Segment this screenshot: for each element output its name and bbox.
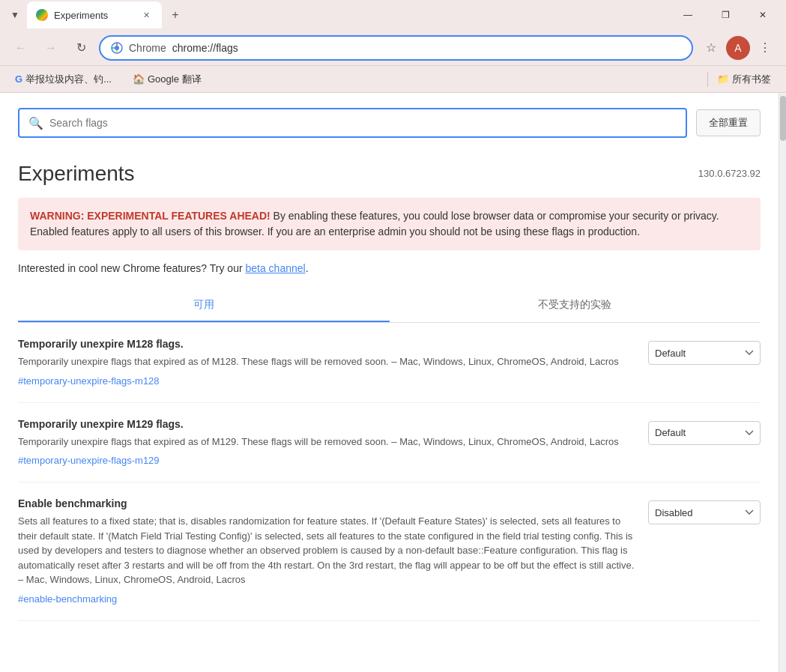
flag-content: Enable benchmarking Sets all features to…: [18, 497, 636, 605]
flag-title: Temporarily unexpire M128 flags.: [18, 338, 636, 350]
flag-description: Temporarily unexpire flags that expired …: [18, 435, 636, 449]
bookmark-label: 举报垃圾内容、钓...: [25, 73, 112, 86]
flag-description: Temporarily unexpire flags that expired …: [18, 354, 636, 369]
nav-right-buttons: ☆ A ⋮: [699, 36, 777, 60]
bookmark-item-translate[interactable]: 🏠 Google 翻译: [127, 70, 208, 88]
title-bar-left: ▼ Experiments ✕ +: [6, 1, 186, 28]
translate-icon: 🏠: [133, 73, 145, 85]
maximize-button[interactable]: ❐: [708, 3, 743, 27]
navigation-bar: ← → ↻ Chrome chrome://flags ☆ A ⋮: [0, 30, 786, 66]
flag-control: DefaultEnabledDisabled: [648, 421, 761, 445]
chrome-menu-button[interactable]: ⋮: [753, 36, 777, 60]
title-bar: ▼ Experiments ✕ + — ❐ ✕: [0, 0, 786, 30]
reset-all-button[interactable]: 全部重置: [696, 109, 761, 136]
interested-text: Interested in cool new Chrome features? …: [18, 262, 761, 274]
flag-content: Temporarily unexpire M129 flags. Tempora…: [18, 418, 636, 467]
all-bookmarks-label: 所有书签: [732, 73, 771, 86]
new-tab-button[interactable]: +: [165, 4, 186, 25]
flag-content: Temporarily unexpire M128 flags. Tempora…: [18, 338, 636, 387]
tabs-container: 可用 不受支持的实验: [18, 289, 761, 323]
flag-description: Sets all features to a fixed state; that…: [18, 514, 636, 587]
flag-select-wrapper: DefaultEnabledDisabled: [648, 421, 761, 445]
folder-icon: 📁: [717, 73, 729, 85]
refresh-button[interactable]: ↻: [69, 36, 93, 60]
browser-body: 🔍 全部重置 Experiments 130.0.6723.92 WARNING…: [0, 93, 786, 672]
scrollbar-thumb[interactable]: [780, 96, 786, 141]
flag-control: DefaultEnabledDisabled: [648, 341, 761, 365]
tab-available[interactable]: 可用: [18, 289, 390, 322]
profile-button[interactable]: A: [726, 36, 750, 60]
tab-close-button[interactable]: ✕: [139, 8, 153, 22]
all-bookmarks-button[interactable]: 📁 所有书签: [711, 70, 777, 88]
close-button[interactable]: ✕: [746, 3, 780, 27]
tab-title: Experiments: [54, 10, 133, 21]
flag-select[interactable]: DefaultEnabledDisabled: [648, 421, 761, 445]
search-input[interactable]: [49, 117, 677, 129]
browser-tab[interactable]: Experiments ✕: [27, 1, 162, 28]
tab-favicon: [36, 9, 48, 21]
chrome-icon: [111, 42, 123, 54]
flag-link[interactable]: #temporary-unexpire-flags-m128: [18, 375, 160, 387]
flag-select[interactable]: DefaultEnabledDisabled: [648, 500, 761, 524]
flag-item: Temporarily unexpire M128 flags. Tempora…: [18, 323, 761, 403]
beta-channel-link[interactable]: beta channel: [245, 262, 305, 274]
tab-unsupported[interactable]: 不受支持的实验: [390, 289, 761, 322]
title-bar-right: — ❐ ✕: [671, 3, 780, 27]
svg-point-1: [115, 46, 119, 50]
flag-item: Enable benchmarking Sets all features to…: [18, 482, 761, 621]
back-button[interactable]: ←: [9, 36, 33, 60]
bookmarks-bar: G 举报垃圾内容、钓... 🏠 Google 翻译 📁 所有书签: [0, 66, 786, 93]
bookmark-star-button[interactable]: ☆: [699, 36, 723, 60]
search-icon: 🔍: [28, 116, 43, 130]
search-box: 🔍: [18, 108, 687, 138]
flag-title: Temporarily unexpire M129 flags.: [18, 418, 636, 430]
flag-select-wrapper: DefaultEnabledDisabled: [648, 500, 761, 524]
minimize-button[interactable]: —: [671, 3, 705, 27]
forward-button[interactable]: →: [39, 36, 63, 60]
flag-item: Temporarily unexpire M129 flags. Tempora…: [18, 403, 761, 483]
content-area: 🔍 全部重置 Experiments 130.0.6723.92 WARNING…: [0, 93, 779, 672]
warning-box: WARNING: EXPERIMENTAL FEATURES AHEAD! By…: [18, 198, 761, 250]
address-text: chrome://flags: [172, 42, 681, 54]
bookmarks-divider: [707, 72, 708, 87]
bookmark-item-report[interactable]: G 举报垃圾内容、钓...: [9, 70, 118, 88]
google-icon: G: [15, 73, 22, 85]
page-title-section: Experiments 130.0.6723.92: [18, 150, 761, 192]
flag-link[interactable]: #temporary-unexpire-flags-m129: [18, 455, 160, 466]
bookmarks-right: 📁 所有书签: [707, 70, 777, 88]
version-text: 130.0.6723.92: [698, 168, 761, 179]
warning-title: WARNING: EXPERIMENTAL FEATURES AHEAD!: [30, 210, 270, 222]
bookmark-label: Google 翻译: [148, 73, 202, 86]
address-bar[interactable]: Chrome chrome://flags: [99, 35, 693, 61]
flag-select[interactable]: DefaultEnabledDisabled: [648, 341, 761, 365]
flag-control: DefaultEnabledDisabled: [648, 500, 761, 524]
flag-select-wrapper: DefaultEnabledDisabled: [648, 341, 761, 365]
flag-link[interactable]: #enable-benchmarking: [18, 593, 117, 605]
page-title: Experiments: [18, 162, 135, 186]
search-container: 🔍 全部重置: [18, 93, 761, 150]
chrome-label: Chrome: [129, 42, 166, 54]
flag-title: Enable benchmarking: [18, 497, 636, 509]
scrollbar-track[interactable]: [779, 93, 786, 672]
flags-list: Temporarily unexpire M128 flags. Tempora…: [18, 323, 761, 621]
flags-page: 🔍 全部重置 Experiments 130.0.6723.92 WARNING…: [0, 93, 779, 621]
tab-overflow-button[interactable]: ▼: [6, 6, 24, 24]
